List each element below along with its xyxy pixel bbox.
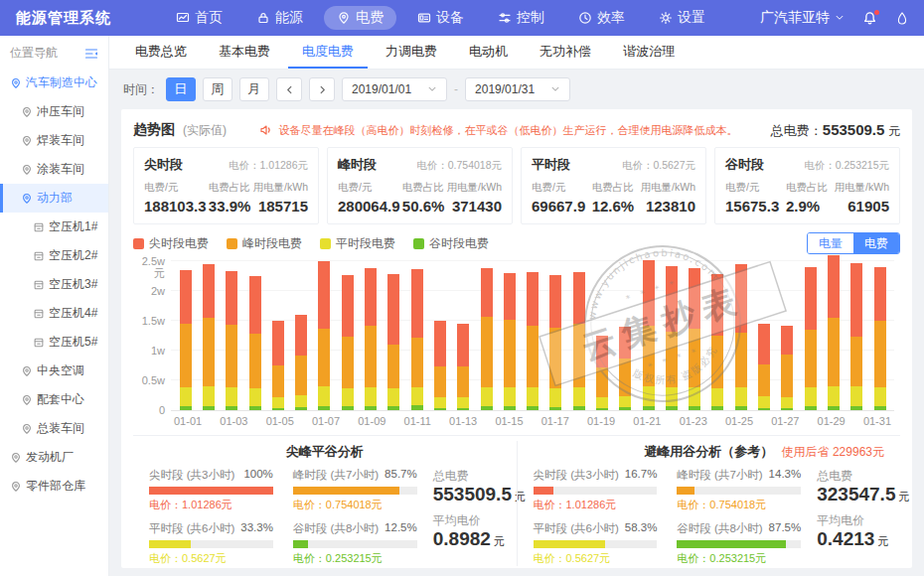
sidebar-item-parts-warehouse[interactable]: 零件部仓库 <box>0 472 108 501</box>
chart-bar-01-31[interactable] <box>868 252 891 410</box>
chart-bar-01-27[interactable] <box>776 252 799 410</box>
chart-bar-01-16[interactable] <box>521 252 543 410</box>
tab-fee-overview[interactable]: 电费总览 <box>121 36 201 69</box>
top-bar: 能源管理系统 首页能源电费设备控制效率设置 广汽菲亚特 <box>0 0 924 36</box>
chart-bar-01-01[interactable] <box>174 252 197 410</box>
prev-period-button[interactable] <box>276 77 302 101</box>
notifications-button[interactable] <box>862 11 877 26</box>
sidebar-item-power-dept[interactable]: 动力部 <box>0 184 108 213</box>
granularity-button-0[interactable]: 日 <box>166 77 196 101</box>
sidebar-item-auto-center[interactable]: 汽车制造中心 <box>0 69 108 97</box>
chart-bar-01-18[interactable] <box>567 252 590 410</box>
machine-icon <box>33 308 45 320</box>
bar-segment-flat <box>411 387 423 405</box>
analysis-item-sharp: 尖时段 (共3小时)100%电价：1.01286元 <box>149 468 273 512</box>
bar-segment-peak <box>411 338 423 387</box>
bar-segment-valley <box>850 406 862 410</box>
sidebar-item-compressor-2[interactable]: 空压机2# <box>0 241 108 270</box>
sidebar-item-engine-plant[interactable]: 发动机厂 <box>0 443 108 472</box>
sidebar-item-hvac[interactable]: 中央空调 <box>0 357 108 385</box>
chart-bar-01-20[interactable] <box>614 252 637 410</box>
chart-bar-01-30[interactable] <box>846 252 868 410</box>
tab-basic-fee[interactable]: 基本电费 <box>205 36 284 69</box>
nav-item-efficiency[interactable]: 效率 <box>565 6 638 30</box>
start-date-select[interactable]: 2019/01/01 <box>342 77 447 101</box>
energy-icon <box>256 11 270 25</box>
granularity-button-2[interactable]: 月 <box>239 77 269 101</box>
water-drop-button[interactable] <box>895 11 908 26</box>
toggle-energy-button[interactable]: 电量 <box>808 233 853 253</box>
tab-reactive-comp[interactable]: 无功补偿 <box>526 36 605 69</box>
bar-segment-peak <box>295 356 307 395</box>
bar-segment-flat <box>527 387 539 406</box>
period-price: 电价：1.01286元 <box>229 159 308 173</box>
chart-bar-01-22[interactable] <box>660 252 683 410</box>
next-period-button[interactable] <box>309 77 335 101</box>
chart-bar-01-11[interactable] <box>405 252 428 410</box>
sidebar-item-label: 汽车制造中心 <box>26 74 97 91</box>
machine-icon <box>33 250 45 262</box>
chart-bar-01-04[interactable] <box>243 252 266 410</box>
chart-bar-01-10[interactable] <box>383 252 405 410</box>
granularity-button-1[interactable]: 周 <box>203 77 232 101</box>
legend-item-peak[interactable]: 峰时段电费 <box>227 235 302 252</box>
chart-bar-01-24[interactable] <box>706 252 729 410</box>
legend-item-sharp[interactable]: 尖时段电费 <box>133 235 209 252</box>
nav-item-energy[interactable]: 能源 <box>243 6 316 30</box>
y-axis-tick: 1w <box>151 345 165 357</box>
legend-item-valley[interactable]: 谷时段电费 <box>413 235 489 252</box>
period-card-flat: 平时段电价：0.5627元电费/元69667.9电费占比12.6%用电量/kWh… <box>521 147 706 224</box>
chart-bar-01-28[interactable] <box>799 252 822 410</box>
company-menu[interactable]: 广汽菲亚特 <box>760 9 845 27</box>
tab-power-factor-fee[interactable]: 力调电费 <box>372 36 451 69</box>
chart-bar-01-05[interactable] <box>266 252 289 410</box>
legend-item-flat[interactable]: 平时段电费 <box>320 235 395 252</box>
nav-item-fee[interactable]: 电费 <box>324 6 396 30</box>
nav-item-settings[interactable]: 设置 <box>646 6 718 30</box>
chart-bar-01-06[interactable] <box>289 252 312 410</box>
sidebar-item-compressor-3[interactable]: 空压机3# <box>0 270 108 299</box>
sidebar-item-support-center[interactable]: 配套中心 <box>0 385 108 414</box>
tab-motor[interactable]: 电动机 <box>455 36 522 69</box>
bar-segment-valley <box>180 406 192 410</box>
nav-item-home[interactable]: 首页 <box>163 6 235 30</box>
collapse-sidebar-icon[interactable] <box>84 48 98 60</box>
chart-bar-01-02[interactable] <box>197 252 220 410</box>
chart-bar-01-23[interactable] <box>684 252 706 410</box>
tab-harmonic[interactable]: 谐波治理 <box>609 36 689 69</box>
period-card-sharp: 尖时段电价：1.01286元电费/元188103.3电费占比33.9%用电量/k… <box>133 147 319 224</box>
chart-bar-01-25[interactable] <box>729 252 752 410</box>
tab-label: 电动机 <box>469 43 508 61</box>
chart-bar-01-26[interactable] <box>752 252 775 410</box>
analysis-item-peak: 峰时段 (共7小时)14.3%电价：0.754018元 <box>677 468 801 512</box>
chart-bar-01-29[interactable] <box>822 252 845 410</box>
chart-bar-01-07[interactable] <box>313 252 336 410</box>
sidebar-item-assembly[interactable]: 总装车间 <box>0 414 108 443</box>
chart-bar-01-12[interactable] <box>428 252 451 410</box>
sidebar-item-stamping[interactable]: 冲压车间 <box>0 97 108 126</box>
chart-bar-01-17[interactable] <box>544 252 567 410</box>
bar-segment-valley <box>411 405 423 410</box>
sidebar-item-painting[interactable]: 涂装车间 <box>0 155 108 184</box>
chart-bar-01-13[interactable] <box>452 252 475 410</box>
chart-bar-01-14[interactable] <box>475 252 498 410</box>
chart-bar-01-15[interactable] <box>498 252 521 410</box>
chart-bar-01-21[interactable] <box>637 252 660 410</box>
chart-bar-01-08[interactable] <box>336 252 359 410</box>
chart-bar-01-03[interactable] <box>221 252 243 410</box>
sidebar-item-label: 空压机4# <box>49 305 97 322</box>
end-date-select[interactable]: 2019/01/31 <box>465 77 570 101</box>
tab-degree-fee[interactable]: 电度电费 <box>288 36 368 69</box>
nav-item-control[interactable]: 控制 <box>485 6 557 30</box>
bar-segment-peak <box>203 318 215 386</box>
sidebar-item-welding[interactable]: 焊装车间 <box>0 126 108 155</box>
sidebar-item-compressor-5[interactable]: 空压机5# <box>0 328 108 357</box>
chart-bar-01-09[interactable] <box>359 252 382 410</box>
nav-item-device[interactable]: 设备 <box>404 6 477 30</box>
toggle-fee-button[interactable]: 电费 <box>853 233 899 253</box>
chart-bar-01-19[interactable] <box>590 252 613 410</box>
analysis-item-label: 尖时段 (共3小时) <box>534 468 619 483</box>
sidebar-item-compressor-4[interactable]: 空压机4# <box>0 299 108 328</box>
bar-segment-flat <box>342 388 354 406</box>
sidebar-item-compressor-1[interactable]: 空压机1# <box>0 213 108 241</box>
